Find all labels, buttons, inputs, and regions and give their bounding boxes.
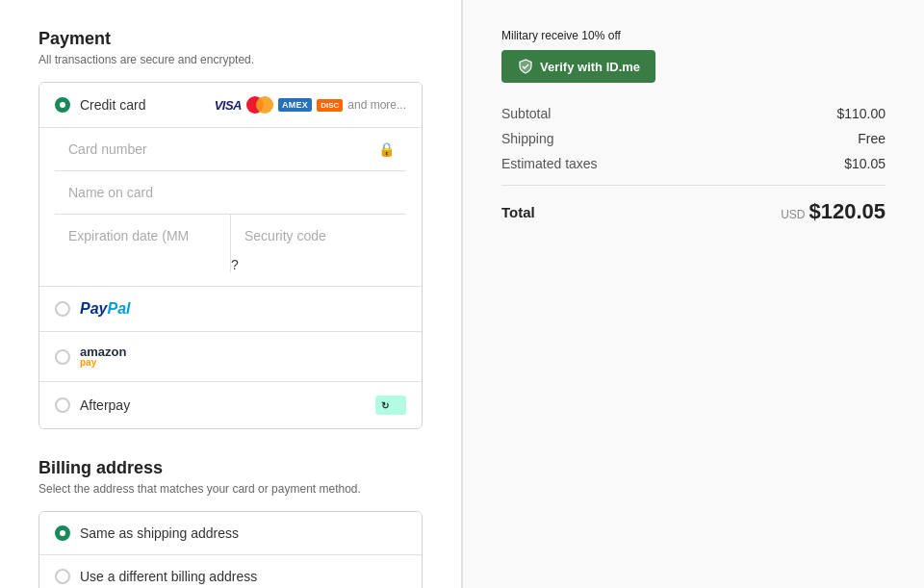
expiry-half: [55, 215, 231, 272]
shipping-row: Shipping Free: [501, 131, 886, 146]
payment-section: Payment All transactions are secure and …: [38, 29, 423, 429]
total-amount: $120.05: [808, 199, 886, 224]
subtotal-value: $110.00: [836, 106, 886, 121]
afterpay-logo-svg: ↻: [377, 396, 404, 414]
payment-subtitle: All transactions are secure and encrypte…: [38, 53, 423, 66]
taxes-label: Estimated taxes: [501, 156, 598, 171]
verify-button-label: Verify with ID.me: [540, 60, 640, 74]
card-number-row: 🔒: [55, 128, 406, 171]
credit-card-option[interactable]: Credit card VISA AMEX DISC and more...: [39, 83, 422, 128]
amazon-pay-radio[interactable]: [55, 349, 70, 365]
amazon-pay-sub: pay: [80, 358, 96, 368]
different-address-radio[interactable]: [55, 569, 70, 584]
more-logos-text: and more...: [347, 98, 406, 112]
shipping-label: Shipping: [501, 131, 554, 146]
subtotal-label: Subtotal: [501, 106, 551, 121]
discover-logo: DISC: [317, 99, 343, 112]
amazon-pay-option[interactable]: amazon pay: [39, 332, 422, 382]
taxes-row: Estimated taxes $10.05: [501, 156, 886, 171]
mastercard-logo: [246, 96, 273, 114]
card-form-inner: 🔒 ?: [39, 128, 422, 272]
paypal-radio[interactable]: [55, 301, 70, 317]
credit-card-radio[interactable]: [55, 97, 70, 113]
billing-section: Billing address Select the address that …: [38, 458, 423, 588]
same-address-radio[interactable]: [55, 525, 70, 541]
expiry-security-row: ?: [55, 215, 406, 272]
credit-card-label: Credit card: [80, 97, 205, 113]
amazon-pay-logo: amazon pay: [80, 345, 126, 368]
subtotal-row: Subtotal $110.00: [501, 106, 886, 121]
same-address-option[interactable]: Same as shipping address: [39, 512, 422, 555]
total-label: Total: [501, 204, 535, 220]
verify-idme-button[interactable]: Verify with ID.me: [501, 50, 655, 83]
total-row: Total USD $120.05: [501, 199, 886, 224]
card-logos: VISA AMEX DISC and more...: [215, 96, 406, 114]
different-address-option[interactable]: Use a different billing address: [39, 555, 422, 588]
amex-logo: AMEX: [278, 98, 312, 112]
billing-subtitle: Select the address that matches your car…: [38, 482, 423, 496]
afterpay-radio[interactable]: [55, 397, 70, 413]
name-on-card-input[interactable]: [55, 171, 406, 214]
total-value-group: USD $120.05: [781, 199, 886, 224]
paypal-text: Pay: [80, 300, 107, 318]
total-currency: USD: [781, 208, 805, 221]
afterpay-label: Afterpay: [80, 397, 366, 413]
order-summary: Subtotal $110.00 Shipping Free Estimated…: [501, 106, 886, 224]
afterpay-option[interactable]: Afterpay ↻: [39, 382, 422, 428]
credit-card-form: 🔒 ?: [39, 128, 422, 287]
security-code-input[interactable]: [231, 215, 406, 257]
same-address-label: Same as shipping address: [80, 525, 239, 541]
svg-text:↻: ↻: [381, 400, 389, 411]
billing-options-box: Same as shipping address Use a different…: [38, 511, 423, 588]
paypal-option[interactable]: PayPal: [39, 287, 422, 332]
name-on-card-row: [55, 171, 406, 215]
payment-methods-box: Credit card VISA AMEX DISC and more...: [38, 82, 423, 429]
expiry-input[interactable]: [55, 215, 230, 257]
payment-title: Payment: [38, 29, 423, 49]
different-address-label: Use a different billing address: [80, 569, 257, 584]
billing-title: Billing address: [38, 458, 423, 478]
card-number-input[interactable]: [55, 128, 406, 170]
afterpay-icon: ↻: [375, 396, 406, 415]
right-panel: Military receive 10% off Verify with ID.…: [462, 0, 924, 588]
shield-check-icon: [517, 58, 534, 75]
lock-icon: 🔒: [378, 141, 395, 157]
promo-text: Military receive 10% off: [501, 29, 886, 42]
security-half: ?: [231, 215, 406, 272]
paypal-logo: PayPal: [80, 300, 130, 318]
left-panel: Payment All transactions are secure and …: [0, 0, 462, 588]
visa-logo: VISA: [215, 98, 242, 113]
taxes-value: $10.05: [844, 156, 886, 171]
total-divider: [501, 185, 886, 186]
security-help-icon[interactable]: ?: [231, 257, 406, 272]
shipping-value: Free: [858, 131, 886, 146]
